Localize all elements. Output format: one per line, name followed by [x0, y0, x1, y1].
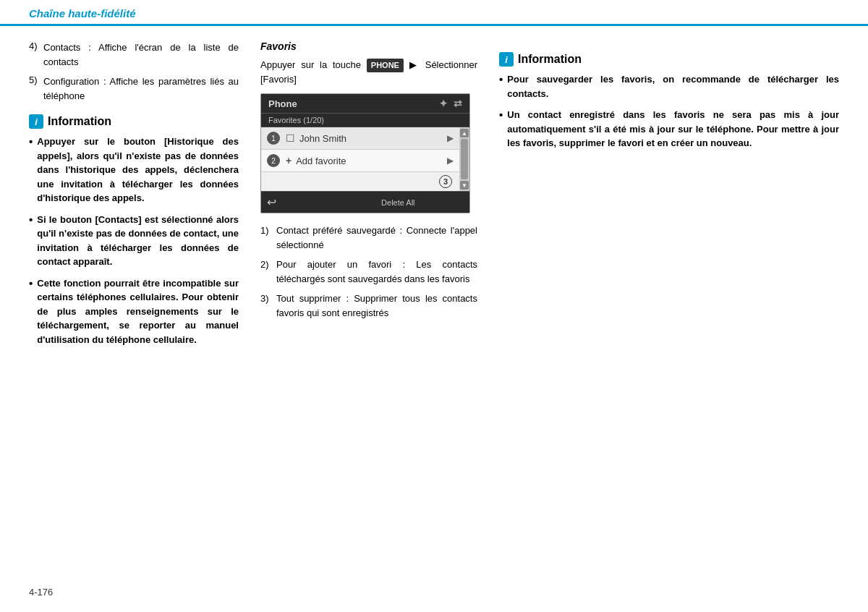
info-box-right: i Information Pour sauvegarder les favor…: [499, 52, 839, 150]
left-column: 4) Contacts : Affiche l'écran de la list…: [29, 41, 260, 354]
info-box-title-right: Information: [518, 53, 582, 66]
back-button[interactable]: ↩: [267, 195, 333, 209]
phone-ui-body: 1 ☐ John Smith ▶ 2 + Add favorite ▶ 3: [261, 127, 469, 191]
page-title: Chaîne haute-fidélité: [29, 7, 136, 20]
bullet-text: Un contact enregistré dans les favoris n…: [507, 108, 839, 150]
item-num: 2): [260, 258, 276, 272]
phone-ui-header: Phone ✦ ⇄: [261, 94, 469, 114]
favoris-desc-text1: Appuyer sur la touche: [260, 59, 361, 70]
bullet-text: Pour sauvegarder les favoris, on recomma…: [507, 72, 839, 101]
item-text: Tout supprimer : Supprimer tous les cont…: [276, 292, 477, 320]
phone-header-icons: ✦ ⇄: [439, 98, 462, 109]
bullet-text: Cette fonction pourrait être incompatibl…: [37, 276, 239, 347]
phone-scrollbar: ▲ ▼: [459, 127, 469, 191]
scroll-up-btn[interactable]: ▲: [460, 129, 469, 137]
phone-row-1: 1 ☐ John Smith ▶: [261, 127, 459, 150]
row-arrow-1: ▶: [447, 133, 454, 143]
right-column: i Information Pour sauvegarder les favor…: [499, 41, 839, 354]
item-num: 1): [260, 224, 276, 238]
info-bullet: Cette fonction pourrait être incompatibl…: [29, 276, 239, 347]
item-text: Contacts : Affiche l'écran de la liste d…: [43, 41, 239, 69]
favoris-title: Favoris: [260, 41, 477, 52]
info-bullet: Un contact enregistré dans les favoris n…: [499, 108, 839, 150]
page-footer: 4-176: [29, 587, 53, 598]
info-icon: i: [29, 114, 43, 129]
circle-num-3: 3: [439, 175, 452, 188]
item-text: Contact préféré sauvegardé : Connecte l'…: [276, 224, 477, 252]
info-bullet: Si le bouton [Contacts] est sélectionné …: [29, 213, 239, 269]
delete-all-button[interactable]: Delete All: [333, 198, 464, 207]
add-icon: +: [286, 155, 292, 166]
phone-ui-sub: Favorites (1/20): [261, 114, 469, 127]
switch-icon: ⇄: [454, 98, 462, 109]
page-number: 4-176: [29, 587, 53, 598]
row-label-1: John Smith: [299, 133, 447, 144]
list-item: 4) Contacts : Affiche l'écran de la list…: [29, 41, 239, 69]
info-bullet: Pour sauvegarder les favoris, on recomma…: [499, 72, 839, 101]
page-header: Chaîne haute-fidélité: [0, 0, 868, 26]
row-arrow-2: ▶: [447, 156, 454, 166]
favoris-numbered-list: 1) Contact préféré sauvegardé : Connecte…: [260, 224, 477, 320]
bullet-text: Appuyer sur le bouton [Historique des ap…: [37, 135, 239, 205]
info-icon-right: i: [499, 52, 514, 67]
scroll-track: [461, 139, 468, 179]
phone-header-title: Phone: [268, 98, 297, 109]
item-text: Configuration : Affiche les paramètres l…: [43, 75, 239, 103]
item-num: 4): [29, 41, 43, 69]
phone-ui-screenshot: Phone ✦ ⇄ Favorites (1/20) 1 ☐ John Smit…: [260, 93, 470, 213]
row-number-1: 1: [267, 132, 280, 145]
item-num: 3): [260, 292, 276, 306]
list-item: 3) Tout supprimer : Supprimer tous les c…: [260, 292, 477, 320]
phone-ui-list: 1 ☐ John Smith ▶ 2 + Add favorite ▶ 3: [261, 127, 459, 191]
middle-column: Favoris Appuyer sur la touche PHONE ▶ Sé…: [260, 41, 499, 354]
main-content: 4) Contacts : Affiche l'écran de la list…: [0, 33, 868, 375]
info-bullets-list-right: Pour sauvegarder les favoris, on recomma…: [499, 72, 839, 150]
row-label-2: Add favorite: [296, 156, 447, 166]
item-text: Pour ajouter un favori : Les contacts té…: [276, 258, 477, 286]
list-item: 1) Contact préféré sauvegardé : Connecte…: [260, 224, 477, 252]
contact-icon: ☐: [286, 132, 295, 144]
list-item: 2) Pour ajouter un favori : Les contacts…: [260, 258, 477, 286]
bluetooth-icon: ✦: [439, 98, 448, 109]
phone-badge: PHONE: [367, 59, 404, 72]
list-item: 5) Configuration : Affiche les paramètre…: [29, 75, 239, 103]
scroll-down-btn[interactable]: ▼: [460, 181, 469, 190]
item-num: 5): [29, 75, 43, 103]
info-box-header: i Information: [29, 114, 239, 129]
info-bullet: Appuyer sur le bouton [Historique des ap…: [29, 135, 239, 205]
row-number-2: 2: [267, 154, 280, 167]
circle-area: 3: [261, 172, 459, 191]
favoris-description: Appuyer sur la touche PHONE ▶ Sélectionn…: [260, 58, 477, 86]
info-box-title: Information: [48, 115, 111, 128]
info-bullets-list: Appuyer sur le bouton [Historique des ap…: [29, 135, 239, 347]
phone-ui-footer: ↩ Delete All: [261, 191, 469, 213]
phone-row-2: 2 + Add favorite ▶: [261, 150, 459, 172]
info-box-header-right: i Information: [499, 52, 839, 67]
info-box-left: i Information Appuyer sur le bouton [His…: [29, 114, 239, 347]
bullet-text: Si le bouton [Contacts] est sélectionné …: [37, 213, 239, 269]
